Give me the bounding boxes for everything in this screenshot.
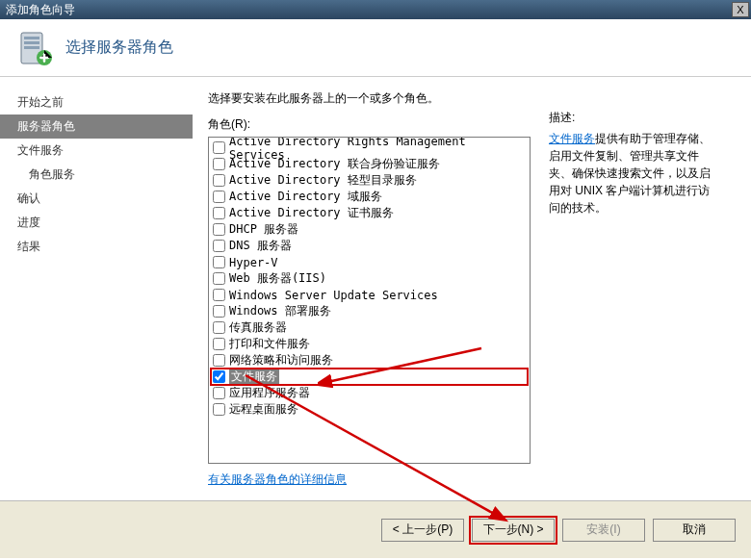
- role-label: 文件服务: [229, 369, 279, 385]
- role-label: Active Directory 联合身份验证服务: [229, 156, 440, 172]
- role-checkbox[interactable]: [213, 256, 225, 268]
- role-item[interactable]: 远程桌面服务: [211, 401, 528, 418]
- role-item[interactable]: Active Directory 证书服务: [211, 205, 528, 221]
- roles-listbox[interactable]: Active Directory Rights Management Servi…: [208, 137, 531, 464]
- sidebar-item-4[interactable]: 确认: [0, 187, 193, 211]
- role-label: DNS 服务器: [229, 238, 292, 254]
- description-text: 文件服务提供有助于管理存储、启用文件复制、管理共享文件夹、确保快速搜索文件，以及…: [549, 130, 717, 216]
- role-item[interactable]: 传真服务器: [211, 319, 528, 336]
- wizard-header: 选择服务器角色: [0, 19, 751, 77]
- wizard-footer: < 上一步(P) 下一步(N) > 安装(I) 取消: [0, 500, 751, 558]
- role-item[interactable]: Web 服务器(IIS): [211, 270, 528, 287]
- role-checkbox[interactable]: [213, 321, 225, 334]
- wizard-sidebar: 开始之前服务器角色文件服务角色服务确认进度结果: [0, 77, 193, 500]
- window-title: 添加角色向导: [6, 2, 732, 18]
- cancel-button[interactable]: 取消: [653, 519, 736, 542]
- main-panel: 选择要安装在此服务器上的一个或多个角色。 角色(R): Active Direc…: [193, 77, 751, 500]
- role-label: 网络策略和访问服务: [229, 352, 333, 369]
- svg-rect-3: [24, 46, 39, 49]
- role-checkbox[interactable]: [213, 240, 225, 252]
- role-item[interactable]: DNS 服务器: [211, 238, 528, 254]
- role-label: Active Directory 轻型目录服务: [229, 172, 417, 189]
- description-panel: 描述: 文件服务提供有助于管理存储、启用文件复制、管理共享文件夹、确保快速搜索文…: [549, 110, 717, 216]
- description-title: 描述:: [549, 110, 717, 126]
- role-checkbox[interactable]: [213, 174, 225, 187]
- svg-rect-1: [24, 37, 39, 39]
- role-checkbox[interactable]: [213, 387, 225, 399]
- role-label: Web 服务器(IIS): [229, 270, 326, 287]
- role-label: Active Directory 证书服务: [229, 205, 394, 221]
- sidebar-item-1[interactable]: 服务器角色: [0, 115, 193, 139]
- prev-button[interactable]: < 上一步(P): [381, 519, 464, 542]
- role-item[interactable]: 应用程序服务器: [211, 385, 528, 401]
- role-item[interactable]: 文件服务: [211, 369, 528, 385]
- role-checkbox[interactable]: [213, 272, 225, 285]
- sidebar-item-3[interactable]: 角色服务: [0, 163, 193, 187]
- role-label: 应用程序服务器: [229, 385, 310, 401]
- server-role-icon: [15, 29, 54, 67]
- role-item[interactable]: 打印和文件服务: [211, 336, 528, 352]
- role-label: Hyper-V: [229, 256, 278, 269]
- role-label: 打印和文件服务: [229, 336, 310, 352]
- description-link[interactable]: 文件服务: [549, 132, 595, 145]
- role-checkbox[interactable]: [213, 338, 225, 350]
- next-button[interactable]: 下一步(N) >: [472, 519, 555, 542]
- role-label: Active Directory 域服务: [229, 189, 382, 205]
- role-item[interactable]: DHCP 服务器: [211, 221, 528, 238]
- role-label: 远程桌面服务: [229, 401, 298, 418]
- role-item[interactable]: Windows 部署服务: [211, 303, 528, 319]
- role-item[interactable]: Windows Server Update Services: [211, 287, 528, 303]
- role-item[interactable]: Hyper-V: [211, 254, 528, 270]
- role-item[interactable]: Active Directory 轻型目录服务: [211, 172, 528, 189]
- role-checkbox[interactable]: [213, 223, 225, 236]
- role-checkbox[interactable]: [213, 370, 225, 383]
- role-checkbox[interactable]: [213, 158, 225, 170]
- titlebar: 添加角色向导 X: [0, 0, 751, 19]
- sidebar-item-6[interactable]: 结果: [0, 235, 193, 259]
- sidebar-item-5[interactable]: 进度: [0, 211, 193, 235]
- role-label: Windows 部署服务: [229, 303, 331, 319]
- close-icon[interactable]: X: [732, 2, 749, 17]
- install-button: 安装(I): [562, 519, 645, 542]
- sidebar-item-2[interactable]: 文件服务: [0, 139, 193, 163]
- role-checkbox[interactable]: [213, 289, 225, 301]
- role-item[interactable]: Active Directory Rights Management Servi…: [211, 140, 528, 156]
- role-checkbox[interactable]: [213, 191, 225, 203]
- role-label: 传真服务器: [229, 319, 287, 336]
- role-checkbox[interactable]: [213, 305, 225, 318]
- role-checkbox[interactable]: [213, 207, 225, 219]
- role-item[interactable]: 网络策略和访问服务: [211, 352, 528, 369]
- role-checkbox[interactable]: [213, 141, 225, 154]
- instruction-text: 选择要安装在此服务器上的一个或多个角色。: [208, 90, 736, 107]
- role-label: Windows Server Update Services: [229, 289, 438, 302]
- page-title: 选择服务器角色: [65, 38, 173, 58]
- role-checkbox[interactable]: [213, 403, 225, 416]
- svg-rect-2: [24, 41, 39, 44]
- role-item[interactable]: Active Directory 域服务: [211, 189, 528, 205]
- role-checkbox[interactable]: [213, 354, 225, 367]
- more-info-link[interactable]: 有关服务器角色的详细信息: [208, 471, 347, 488]
- sidebar-item-0[interactable]: 开始之前: [0, 90, 193, 115]
- role-label: DHCP 服务器: [229, 221, 298, 238]
